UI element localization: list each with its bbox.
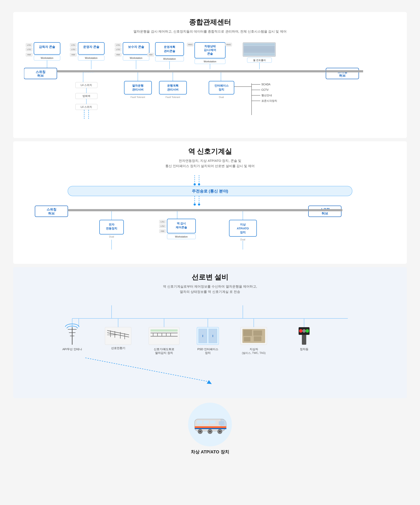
svg-rect-53	[244, 43, 275, 46]
svg-text:지상: 지상	[240, 223, 246, 226]
svg-text:L/S2: L/S2	[71, 48, 76, 50]
cc-diagram-svg: L/S1 L/S2 감독자 콘솔 HMI Workstation L/S1	[24, 41, 396, 133]
svg-point-204	[302, 329, 306, 333]
svg-text:허브: 허브	[322, 211, 328, 215]
svg-rect-196	[244, 337, 250, 341]
svg-rect-54	[244, 46, 275, 47]
svg-point-117	[198, 203, 200, 206]
svg-text:제어콘솔: 제어콘솔	[176, 226, 187, 229]
svg-rect-56	[244, 49, 275, 50]
svg-text:운영자 콘솔: 운영자 콘솔	[83, 45, 99, 49]
cc-subtitle: 열차운행을 감시·제어하고, 신호장치들의 데이터를 종합적으로 관리하며, 전…	[24, 29, 396, 34]
svg-text:(발리스, TWC, TAG): (발리스, TWC, TAG)	[242, 352, 266, 354]
svg-rect-59	[244, 53, 275, 56]
svg-text:허브: 허브	[48, 211, 55, 215]
svg-rect-55	[244, 48, 275, 49]
page-wrapper: 종합관제센터 열차운행을 감시·제어하고, 신호장치들의 데이터를 종합적으로 …	[0, 0, 420, 474]
svg-point-221	[219, 431, 221, 432]
svg-marker-208	[207, 380, 212, 384]
svg-text:L4 스위치: L4 스위치	[81, 83, 92, 87]
station-diagram: 주전송로 (통신 분야) 스위칭 허브 스위칭 허브	[24, 175, 396, 258]
svg-text:L/S2: L/S2	[116, 48, 120, 50]
trackside-subtitle: 역 신호기계실로부터 제어정보를 수신하여 열차운행을 제어하고,열차의 상태정…	[24, 284, 396, 294]
control-center-section: 종합관제센터 열차운행을 감시·제어하고, 신호장치들의 데이터를 종합적으로 …	[13, 12, 407, 138]
signal-detector-group: 신호기/궤도회로 열차감지 장치	[149, 318, 179, 354]
cc-diagram: L/S1 L/S2 감독자 콘솔 HMI Workstation L/S1	[24, 41, 396, 133]
svg-text:Fault Tolerant: Fault Tolerant	[131, 96, 145, 98]
svg-rect-94	[209, 81, 234, 94]
trackside-title: 선로변 설비	[24, 272, 396, 282]
svg-text:HMI: HMI	[161, 230, 165, 232]
svg-text:표준시각장치: 표준시각장치	[261, 99, 277, 102]
svg-point-219	[209, 431, 211, 432]
track-switch-group: 선로전환기	[105, 318, 131, 350]
station-subtitle: 전자연동장치, 지상 ATP/ATO 장치, 콘솔 및통신 인터페이스 장치가 …	[24, 158, 396, 169]
svg-text:열차감지 장치: 열차감지 장치	[155, 351, 173, 354]
svg-rect-195	[253, 330, 262, 336]
train-section: 차상 ATP/ATO 장치	[0, 403, 420, 461]
svg-text:스위칭: 스위칭	[36, 70, 45, 74]
svg-rect-197	[254, 336, 261, 341]
train-label: 차상 ATP/ATO 장치	[191, 449, 229, 455]
svg-text:관리서버: 관리서버	[132, 88, 144, 91]
svg-text:감시/제어: 감시/제어	[204, 48, 216, 52]
svg-text:Dual: Dual	[219, 96, 224, 98]
svg-text:월 컨트롤러: 월 컨트롤러	[253, 59, 266, 62]
svg-point-111	[198, 183, 200, 185]
svg-text:HMI: HMI	[116, 54, 120, 56]
svg-text:Workstation: Workstation	[130, 57, 142, 59]
psd-group: PSD 인터페이스 장치	[197, 318, 219, 354]
svg-rect-174	[151, 333, 178, 333]
svg-text:보수자 콘솔: 보수자 콘솔	[128, 45, 144, 49]
svg-rect-162	[105, 327, 131, 345]
svg-text:관리서버: 관리서버	[167, 88, 178, 91]
svg-text:허브: 허브	[37, 74, 44, 77]
svg-text:AP/무선 인테나: AP/무선 인테나	[62, 347, 82, 351]
svg-text:신호기/궤도회로: 신호기/궤도회로	[154, 347, 175, 351]
svg-text:감독자 콘솔: 감독자 콘솔	[39, 45, 55, 49]
svg-point-203	[299, 329, 303, 333]
svg-rect-211	[197, 421, 202, 424]
vehicle-status-console-group: 차량상태 감시/제어 콘솔 HMI1 HMI2 Workstation	[187, 42, 232, 69]
svg-text:운행계획: 운행계획	[167, 84, 178, 87]
svg-text:콘솔: 콘솔	[207, 52, 213, 55]
svg-rect-58	[244, 52, 275, 52]
svg-text:L/S2: L/S2	[160, 225, 165, 227]
ap-antenna-group: AP/무선 인테나	[62, 318, 82, 351]
svg-text:HMI: HMI	[71, 54, 75, 56]
svg-rect-212	[204, 421, 209, 424]
svg-text:SCADA: SCADA	[261, 83, 270, 86]
maintenance-console-group: L/S1 L/S2 보수자 콘솔 HMI Workstation	[115, 42, 149, 69]
svg-text:인터페이스: 인터페이스	[214, 84, 229, 87]
svg-rect-214	[195, 426, 226, 428]
train-ops-server: 열차운행 관리서버 Fault Tolerant	[124, 72, 152, 98]
svg-rect-66	[57, 70, 326, 72]
ops-plan-server: 운행계획 관리서버 Fault Tolerant	[159, 72, 187, 98]
svg-text:HMI: HMI	[27, 54, 31, 56]
svg-text:L/S1: L/S1	[116, 44, 120, 46]
station-title: 역 신호기계실	[24, 147, 396, 156]
svg-rect-33	[155, 42, 184, 56]
station-monitor-console: L/S1 L/S2 역 감시 제어콘솔 HMI Workstation	[159, 211, 196, 239]
svg-rect-173	[151, 329, 178, 332]
svg-text:Workstation: Workstation	[85, 57, 98, 59]
electronic-interlock: 전자 연동장치 Dual	[100, 211, 124, 238]
svg-text:ATP/ATO: ATP/ATO	[237, 227, 249, 230]
svg-text:장치: 장치	[240, 231, 246, 234]
svg-text:장치: 장치	[218, 88, 224, 91]
interface-device: 인터페이스 장치 Dual SCADA CCTV 행선안내	[209, 72, 277, 115]
svg-text:Workstation: Workstation	[163, 57, 176, 60]
svg-text:역 감시: 역 감시	[177, 222, 186, 225]
svg-text:정차등: 정차등	[300, 347, 308, 351]
train-icon	[192, 414, 228, 436]
field-diagram-svg: AP/무선 인테나 선로전환기	[24, 301, 396, 393]
stop-signal-group: 정차등	[299, 318, 310, 351]
l4-firewall-group: L4 스위치 방화벽 L4 스위치	[76, 72, 97, 120]
svg-point-217	[199, 431, 201, 432]
svg-text:PSD 인터페이스: PSD 인터페이스	[197, 347, 218, 351]
svg-rect-84	[124, 81, 152, 94]
svg-text:전자: 전자	[109, 223, 115, 226]
svg-rect-215	[195, 428, 226, 429]
svg-text:운영계획: 운영계획	[164, 45, 175, 49]
svg-rect-194	[243, 330, 252, 336]
